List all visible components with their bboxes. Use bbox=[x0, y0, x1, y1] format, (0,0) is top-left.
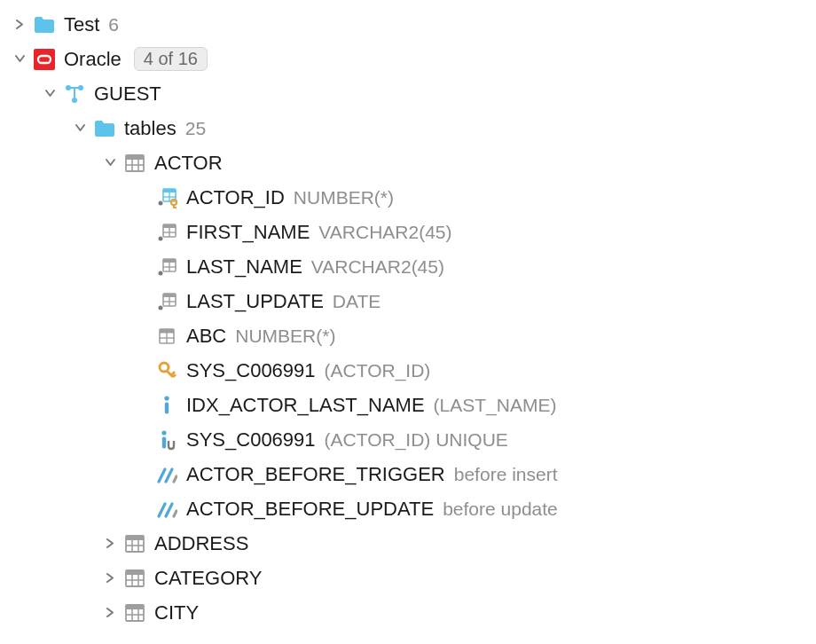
tree-item-column-abc[interactable]: ABC NUMBER(*) bbox=[0, 318, 816, 353]
tree-item-label: tables bbox=[124, 117, 177, 140]
tree-item-trigger-before-insert[interactable]: ACTOR_BEFORE_TRIGGER before insert bbox=[0, 457, 816, 491]
tree-item-category[interactable]: CATEGORY bbox=[0, 561, 816, 595]
column-icon bbox=[156, 326, 177, 347]
tree-item-label: IDX_ACTOR_LAST_NAME bbox=[186, 394, 425, 417]
count-badge: 4 of 16 bbox=[134, 47, 208, 71]
tree-item-label: ACTOR_BEFORE_UPDATE bbox=[186, 498, 434, 521]
trigger-timing: before insert bbox=[454, 464, 558, 485]
column-notnull-icon bbox=[156, 222, 177, 243]
oracle-icon bbox=[34, 49, 55, 70]
column-notnull-icon bbox=[156, 291, 177, 312]
tree-item-count: 6 bbox=[108, 14, 119, 35]
column-type: NUMBER(*) bbox=[294, 187, 394, 208]
index-columns: (ACTOR_ID) UNIQUE bbox=[325, 429, 508, 451]
trigger-timing: before update bbox=[443, 499, 558, 520]
primary-key-column-icon bbox=[156, 187, 177, 208]
tree-item-label: ACTOR bbox=[154, 152, 223, 175]
tree-item-address[interactable]: ADDRESS bbox=[0, 526, 816, 561]
tree-item-label: ACTOR_ID bbox=[186, 186, 285, 209]
chevron-right-icon[interactable] bbox=[103, 571, 117, 585]
tree-item-label: Test bbox=[64, 13, 99, 36]
tree-item-label: SYS_C006991 bbox=[186, 428, 316, 452]
tree-item-label: LAST_UPDATE bbox=[186, 290, 324, 313]
tree-item-label: CATEGORY bbox=[154, 567, 262, 590]
tree-item-column-first-name[interactable]: FIRST_NAME VARCHAR2(45) bbox=[0, 215, 816, 249]
key-icon bbox=[156, 360, 177, 381]
column-type: NUMBER(*) bbox=[235, 326, 335, 347]
tree-item-guest[interactable]: GUEST bbox=[0, 76, 816, 111]
chevron-right-icon[interactable] bbox=[12, 18, 27, 32]
folder-icon bbox=[94, 118, 115, 139]
tree-item-city[interactable]: CITY bbox=[0, 595, 816, 630]
chevron-down-icon[interactable] bbox=[73, 122, 87, 136]
tree-item-column-last-update[interactable]: LAST_UPDATE DATE bbox=[0, 284, 816, 318]
chevron-down-icon[interactable] bbox=[103, 156, 117, 170]
chevron-right-icon[interactable] bbox=[103, 537, 117, 551]
tree-item-label: ABC bbox=[186, 325, 226, 348]
tree-item-tables[interactable]: tables 25 bbox=[0, 111, 816, 145]
column-type: VARCHAR2(45) bbox=[318, 222, 451, 243]
folder-icon bbox=[34, 14, 55, 35]
chevron-right-icon[interactable] bbox=[103, 606, 117, 620]
tree-item-key-sys-pk[interactable]: SYS_C006991 (ACTOR_ID) bbox=[0, 353, 816, 388]
tree-item-column-last-name[interactable]: LAST_NAME VARCHAR2(45) bbox=[0, 249, 816, 284]
tree-item-label: ADDRESS bbox=[154, 532, 248, 555]
tree-item-actor[interactable]: ACTOR bbox=[0, 145, 816, 180]
schema-icon bbox=[64, 83, 85, 105]
key-columns: (ACTOR_ID) bbox=[325, 360, 431, 381]
tree-item-column-actor-id[interactable]: ACTOR_ID NUMBER(*) bbox=[0, 180, 816, 215]
tree-item-index-last-name[interactable]: IDX_ACTOR_LAST_NAME (LAST_NAME) bbox=[0, 388, 816, 422]
tree-item-oracle[interactable]: Oracle 4 of 16 bbox=[0, 42, 816, 76]
index-columns: (LAST_NAME) bbox=[434, 395, 557, 416]
tree-item-label: Oracle bbox=[64, 48, 122, 71]
tree-item-label: SYS_C006991 bbox=[186, 359, 316, 382]
table-icon bbox=[124, 602, 145, 624]
chevron-down-icon[interactable] bbox=[43, 87, 57, 101]
chevron-down-icon[interactable] bbox=[12, 52, 27, 67]
index-icon bbox=[156, 395, 177, 416]
unique-index-icon bbox=[156, 429, 177, 451]
tree-item-index-sys-unique[interactable]: SYS_C006991 (ACTOR_ID) UNIQUE bbox=[0, 422, 816, 457]
tree-item-test[interactable]: Test 6 bbox=[0, 7, 816, 42]
column-notnull-icon bbox=[156, 256, 177, 278]
table-icon bbox=[124, 533, 145, 554]
tree-item-label: ACTOR_BEFORE_TRIGGER bbox=[186, 463, 445, 486]
tree-item-label: LAST_NAME bbox=[186, 255, 302, 279]
trigger-icon bbox=[156, 499, 177, 520]
table-icon bbox=[124, 568, 145, 589]
column-type: DATE bbox=[333, 291, 381, 312]
column-type: VARCHAR2(45) bbox=[311, 256, 444, 278]
tree-item-count: 25 bbox=[185, 118, 206, 139]
trigger-icon bbox=[156, 464, 177, 485]
tree-item-trigger-before-update[interactable]: ACTOR_BEFORE_UPDATE before update bbox=[0, 491, 816, 526]
tree-item-label: FIRST_NAME bbox=[186, 221, 310, 244]
tree-item-label: GUEST bbox=[94, 82, 161, 106]
table-icon bbox=[124, 153, 145, 174]
tree-item-label: CITY bbox=[154, 601, 199, 624]
